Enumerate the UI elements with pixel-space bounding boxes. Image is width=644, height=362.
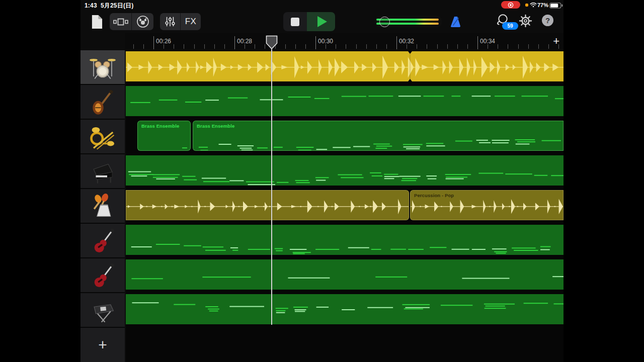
fx-label: FX [185,17,197,27]
ruler-time-label: 00:34 [480,38,495,45]
ruler-minor-tick [548,44,549,49]
ruler-minor-tick [417,44,417,49]
region-guitar-1[interactable] [126,225,564,255]
ruler-minor-tick [214,44,215,49]
ruler-minor-tick [457,44,458,49]
playhead-handle[interactable] [266,35,278,50]
ruler-minor-tick [508,44,508,49]
shaker-percussion-icon [89,192,116,220]
my-songs-button[interactable] [89,13,105,30]
date-label: 5月25日(日) [101,2,134,9]
track-header-column: + [80,50,125,362]
tracks-view-icon [113,18,128,26]
tracks-view-button[interactable] [110,13,131,30]
ruler-minor-tick [224,44,225,49]
battery-percent: 77% [537,2,548,8]
fx-button[interactable]: FX [181,13,201,30]
view-segmented-control [110,13,153,30]
help-icon: ? [542,15,553,26]
tracks-timeline-area[interactable]: Brass EnsembleBrass EnsemblePercussion -… [126,50,564,362]
mixer-fx-group: FX [160,13,201,30]
track-header-guitar-1[interactable] [80,224,125,258]
help-button[interactable]: ? [542,15,553,26]
electric-guitar-icon [89,227,116,255]
toolbar: FX 59 [80,10,564,33]
playhead-line[interactable] [271,49,272,325]
stop-button[interactable] [283,12,307,31]
region-percussion[interactable] [126,190,409,220]
add-track-button[interactable]: + [80,328,125,362]
loop-count-badge: 59 [502,22,518,30]
ruler-minor-tick [447,44,448,49]
master-level-meter[interactable] [375,16,442,28]
ruler-minor-tick [326,44,326,49]
ruler-minor-tick [356,44,357,49]
track-controls-button[interactable] [160,13,180,30]
ruler-major-tick [315,36,316,49]
ruler-minor-tick [255,44,255,49]
region-drums[interactable] [126,51,564,81]
timeline-ruler[interactable]: + 00:2600:2800:3000:3200:34 [125,33,564,50]
track-header-brass[interactable] [80,120,125,154]
ruler-minor-tick [204,44,205,49]
region-label: Brass Ensemble [141,123,179,129]
ruler-minor-tick [498,44,498,49]
ruler-minor-tick [488,44,488,49]
screen-recording-indicator[interactable] [501,1,520,9]
region-label: Brass Ensemble [197,123,234,129]
track-header-drums[interactable] [80,50,125,85]
bass-guitar-icon [89,88,116,116]
volume-knob[interactable] [379,17,390,27]
settings-button[interactable] [518,14,532,28]
plus-icon: + [98,336,107,353]
ruler-minor-tick [245,44,245,49]
ruler-minor-tick [376,44,377,49]
ruler-minor-tick [407,44,407,49]
track-header-bass[interactable] [80,85,125,120]
instrument-view-icon [136,15,149,28]
ruler-minor-tick [558,44,559,49]
battery-icon [549,3,563,9]
ruler-minor-tick [336,44,336,49]
electric-guitar-icon [89,261,116,290]
transport-controls [283,12,335,31]
ruler-minor-tick [467,44,468,49]
track-header-keyboard[interactable] [80,293,125,328]
grand-piano-icon [89,157,116,186]
ruler-time-label: 00:28 [237,38,252,45]
track-header-guitar-2[interactable] [80,258,125,293]
ruler-minor-tick [366,44,367,49]
ruler-minor-tick [346,44,346,49]
region-label: Percussion - Pop [414,193,454,198]
wifi-icon [530,2,537,8]
region-brass-brass-ensemble[interactable]: Brass Ensemble [137,121,191,151]
ruler-minor-tick [174,44,174,49]
region-keyboard[interactable] [126,294,564,324]
metronome-button[interactable] [449,15,462,28]
ruler-time-label: 00:32 [399,38,414,45]
region-bass[interactable] [126,86,564,116]
region-guitar-2[interactable] [126,259,564,290]
brass-ensemble-icon [89,123,116,151]
region-percussion-percussion-pop[interactable]: Percussion - Pop [410,190,564,220]
track-header-percussion[interactable] [80,189,125,224]
clock-time: 1:43 [85,2,97,9]
ruler-minor-tick [194,44,195,49]
document-icon [91,15,103,29]
region-piano[interactable] [126,155,564,186]
ruler-minor-tick [518,44,519,49]
ruler-minor-tick [437,44,438,49]
status-time-date: 1:43 5月25日(日) [85,2,134,10]
stop-icon [291,18,299,26]
track-header-piano[interactable] [80,154,125,189]
ruler-minor-tick [305,44,306,49]
metronome-icon [450,16,462,28]
play-button[interactable] [307,12,335,31]
mixer-sliders-icon [165,16,176,28]
instrument-view-button[interactable] [132,13,153,30]
garageband-app: 1:43 5月25日(日) 77% [80,0,564,362]
region-brass-brass-ensemble[interactable]: Brass Ensemble [193,121,564,151]
ruler-time-label: 00:26 [156,38,171,45]
ruler-major-tick [153,36,154,49]
stage-keyboard-icon [89,296,116,324]
